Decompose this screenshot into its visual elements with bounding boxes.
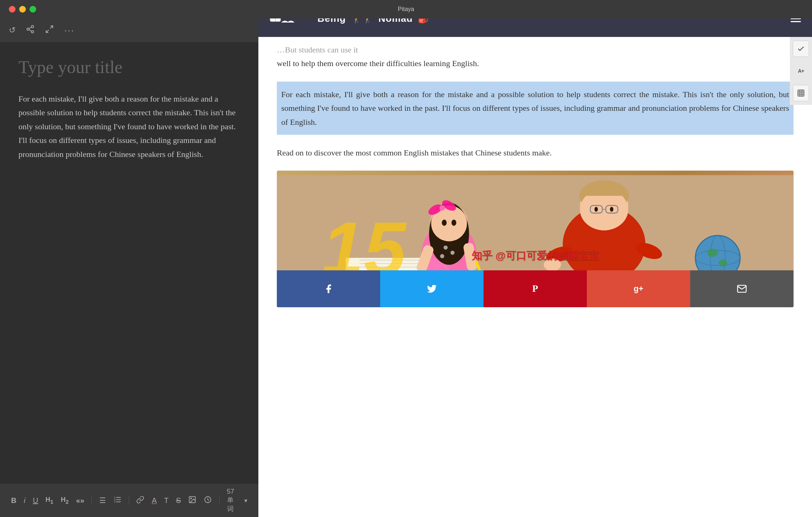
editor-panel: Type your title For each mistake, I'll g… — [0, 42, 258, 484]
svg-point-54 — [610, 207, 613, 212]
minimize-button[interactable] — [19, 6, 26, 13]
more-options-icon[interactable]: ··· — [64, 25, 75, 36]
h2-button[interactable]: H2 — [61, 496, 69, 505]
title-bar: Pitaya — [0, 0, 812, 18]
editor-toolbar: ↺ ··· — [0, 18, 258, 42]
hamburger-line-3 — [791, 21, 801, 22]
italic-button[interactable]: i — [24, 496, 25, 505]
svg-point-60 — [719, 260, 727, 267]
stack-button[interactable] — [793, 85, 809, 101]
window-controls — [9, 6, 36, 13]
svg-line-3 — [29, 30, 32, 31]
h1-button[interactable]: H1 — [45, 496, 53, 505]
app-title: Pitaya — [398, 6, 414, 13]
svg-point-37 — [444, 246, 448, 250]
svg-point-0 — [31, 25, 34, 28]
word-count-chevron[interactable]: ▾ — [244, 497, 247, 504]
partial-top-text-line2: well to help them overcome their difficu… — [277, 59, 479, 68]
svg-line-5 — [50, 26, 53, 28]
google-plus-share-button[interactable]: g+ — [587, 270, 690, 307]
svg-text:3: 3 — [114, 500, 116, 503]
twitter-share-button[interactable] — [380, 270, 484, 307]
share-icon[interactable] — [26, 25, 35, 36]
svg-point-1 — [27, 28, 29, 30]
svg-point-38 — [450, 251, 454, 255]
partial-top-text-content: …But students can use it — [277, 45, 358, 54]
bottom-toolbar: B i U H1 H2 «» ☰ 1 2 3 A T S 57 单 — [0, 484, 258, 517]
email-share-button[interactable] — [690, 270, 794, 307]
underline-button[interactable]: U — [33, 496, 38, 505]
web-panel: Being 🚶🚶 Nomad 🎒 …But students can use i… — [258, 0, 812, 517]
to-word: to — [293, 59, 299, 68]
pinterest-share-button[interactable]: P — [484, 270, 587, 307]
svg-point-35 — [442, 220, 447, 226]
svg-line-4 — [29, 27, 32, 29]
svg-point-39 — [440, 254, 444, 258]
image-button[interactable] — [188, 496, 196, 506]
svg-point-36 — [451, 220, 456, 226]
side-panel-icons: A+ — [790, 37, 812, 105]
svg-line-6 — [46, 30, 49, 32]
social-share-bar: P g+ — [277, 270, 794, 307]
read-on-text: Read on to discover the most common Engl… — [277, 146, 794, 160]
strikethrough-button[interactable]: S — [176, 496, 181, 505]
font-color-button[interactable]: A — [152, 496, 156, 505]
checkmark-button[interactable] — [793, 41, 809, 57]
editor-body-text[interactable]: For each mistake, I'll give both a reaso… — [18, 92, 240, 161]
web-content-area: …But students can use it well to help th… — [258, 37, 812, 517]
link-button[interactable] — [136, 496, 144, 506]
bold-button[interactable]: B — [11, 496, 16, 505]
ordered-list-button[interactable]: 1 2 3 — [113, 496, 121, 506]
article-image: 15 知乎 @可口可爱的瞌睡宝宝 P g+ — [277, 171, 794, 307]
watermark-text: 知乎 @可口可爱的瞌睡宝宝 — [472, 249, 598, 263]
word-count[interactable]: 57 单词 — [227, 488, 237, 513]
svg-rect-62 — [798, 90, 804, 96]
close-button[interactable] — [9, 6, 16, 13]
highlighted-paragraph: For each mistake, I'll give both a reaso… — [277, 82, 794, 135]
fullscreen-icon[interactable] — [45, 25, 54, 36]
english-word: English — [452, 59, 477, 68]
svg-point-53 — [595, 207, 598, 212]
text-style-button[interactable]: T — [164, 496, 169, 505]
partial-top-text: …But students can use it well to help th… — [277, 37, 794, 71]
formula-button[interactable]: A+ — [793, 63, 809, 79]
unordered-list-button[interactable]: ☰ — [99, 496, 106, 505]
editor-title-placeholder[interactable]: Type your title — [18, 57, 240, 77]
svg-point-59 — [708, 249, 718, 257]
svg-point-2 — [31, 31, 34, 33]
clock-button[interactable] — [204, 496, 212, 506]
maximize-button[interactable] — [30, 6, 36, 13]
svg-point-34 — [440, 205, 445, 211]
quote-button[interactable]: «» — [76, 496, 84, 505]
facebook-share-button[interactable] — [277, 270, 380, 307]
svg-point-14 — [191, 498, 192, 499]
refresh-icon[interactable]: ↺ — [9, 25, 16, 35]
